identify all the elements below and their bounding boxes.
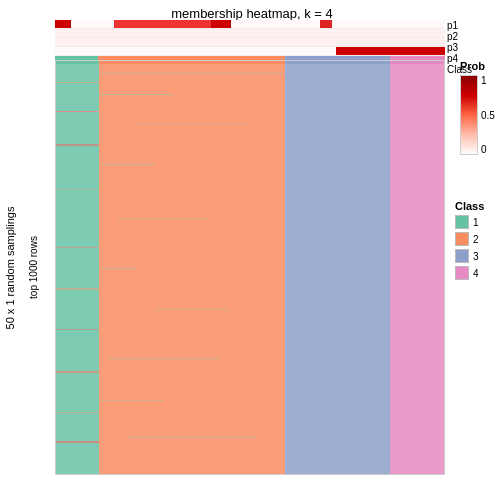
strip-p4: [55, 47, 445, 56]
y-axis-outer: 50 x 1 random samplings: [0, 60, 20, 475]
class-region-1: [56, 61, 99, 474]
strip-label-p1: p1: [447, 21, 497, 30]
class-region-3: [285, 61, 390, 474]
strip-label-p3: p3: [447, 43, 497, 52]
chart-title: membership heatmap, k = 4: [171, 6, 333, 21]
y-axis-inner: top 1000 rows: [18, 60, 48, 475]
legend-tick-1: 1: [481, 75, 495, 86]
legend-class: Class 1 2 3 4: [455, 200, 504, 283]
heatmap-body: [56, 61, 444, 474]
legend-class-item-3: 3: [455, 249, 504, 263]
y-axis-inner-text: top 1000 rows: [28, 236, 39, 299]
y-axis-outer-text: 50 x 1 random samplings: [4, 206, 16, 329]
strip-label-p2: p2: [447, 32, 497, 41]
legend-color-3: [455, 249, 469, 263]
class-region-4: [390, 61, 444, 474]
legend-color-1: [455, 215, 469, 229]
legend-class-label-4: 4: [473, 268, 479, 279]
legend-prob: Prob 1 0.5 0: [460, 60, 504, 155]
legend-tick-05: 0.5: [481, 110, 495, 121]
class-region-2: [99, 61, 285, 474]
legend-prob-title: Prob: [460, 60, 504, 72]
strip-p2: [55, 29, 445, 38]
legend-color-2: [455, 232, 469, 246]
legend-class-label-1: 1: [473, 217, 479, 228]
strip-p1: [55, 20, 445, 29]
legend-color-4: [455, 266, 469, 280]
legend-class-label-2: 2: [473, 234, 479, 245]
legend-class-label-3: 3: [473, 251, 479, 262]
legend-class-item-1: 1: [455, 215, 504, 229]
heatmap-strips: [55, 20, 445, 60]
legend-class-item-4: 4: [455, 266, 504, 280]
chart-container: membership heatmap, k = 4 p1 p2 p3 p4 Cl…: [0, 0, 504, 504]
plot-area: [55, 60, 445, 475]
legend-class-item-2: 2: [455, 232, 504, 246]
legend-prob-gradient: [460, 75, 478, 155]
strip-p3: [55, 38, 445, 47]
legend-tick-0: 0: [481, 144, 495, 155]
legend-class-title: Class: [455, 200, 504, 212]
